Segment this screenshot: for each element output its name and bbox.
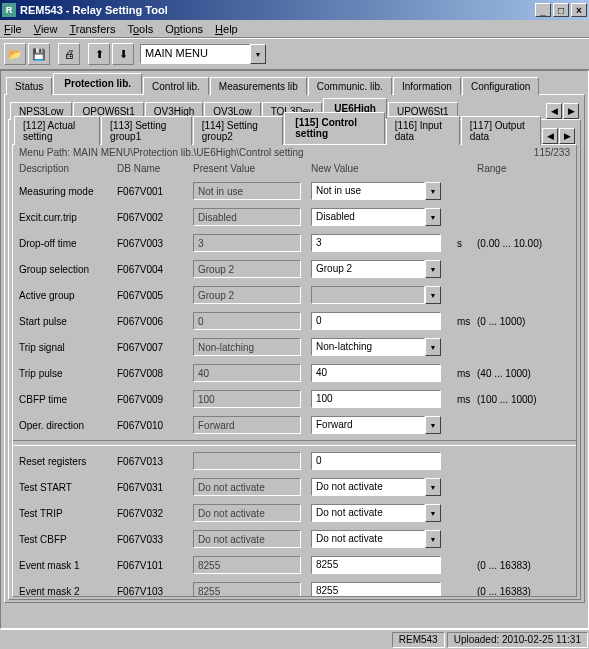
dropdown-button[interactable] <box>425 504 441 522</box>
dropdown-button[interactable] <box>425 208 441 226</box>
present-value: Forward <box>193 416 301 434</box>
range-label: (40 ... 1000) <box>477 368 569 379</box>
tab-configuration[interactable]: Configuration <box>462 77 539 95</box>
param-row: Event mask 1F067V10182558255(0 ... 16383… <box>13 552 576 578</box>
new-value-combo[interactable]: Do not activate <box>311 478 425 496</box>
tab-nav-right[interactable]: ▶ <box>563 103 579 119</box>
tab--114-setting-group2[interactable]: [114] Setting group2 <box>193 116 284 145</box>
new-value-input[interactable]: 0 <box>311 452 441 470</box>
param-row: Trip pulseF067V0084040ms(40 ... 1000) <box>13 360 576 386</box>
menu-help[interactable]: Help <box>215 23 238 35</box>
new-value-combo[interactable]: Not in use <box>311 182 425 200</box>
param-row: Active groupF067V005Group 2 <box>13 282 576 308</box>
tab-nav-left[interactable]: ◀ <box>542 128 558 144</box>
param-description: Test TRIP <box>19 508 117 519</box>
param-description: Trip signal <box>19 342 117 353</box>
dropdown-button[interactable] <box>425 260 441 278</box>
new-value-input[interactable]: 3 <box>311 234 441 252</box>
new-value-input[interactable]: 8255 <box>311 582 441 596</box>
param-dbname: F067V009 <box>117 394 193 405</box>
print-button[interactable]: 🖨 <box>58 43 80 65</box>
tab-measurements-lib[interactable]: Measurements lib <box>210 77 307 95</box>
present-value: Not in use <box>193 182 301 200</box>
new-value-combo[interactable]: Do not activate <box>311 530 425 548</box>
menu-file[interactable]: File <box>4 23 22 35</box>
dropdown-button[interactable] <box>425 338 441 356</box>
save-button[interactable]: 💾 <box>28 43 50 65</box>
new-value-combo[interactable]: Group 2 <box>311 260 425 278</box>
tab-nav-right[interactable]: ▶ <box>559 128 575 144</box>
main-menu-dropdown-button[interactable] <box>250 44 266 64</box>
param-row: Group selectionF067V004Group 2Group 2 <box>13 256 576 282</box>
present-value: 40 <box>193 364 301 382</box>
range-label: (0 ... 1000) <box>477 316 569 327</box>
col-dbname: DB Name <box>117 163 193 174</box>
top-tab-strip: StatusProtection lib.Control lib.Measure… <box>4 74 585 94</box>
data-area: Measuring modeF067V001Not in useNot in u… <box>13 178 576 596</box>
range-label: (0 ... 16383) <box>477 586 569 597</box>
present-value: 100 <box>193 390 301 408</box>
param-description: Start pulse <box>19 316 117 327</box>
range-label: (0 ... 16383) <box>477 560 569 571</box>
param-dbname: F067V008 <box>117 368 193 379</box>
new-value-combo[interactable]: Forward <box>311 416 425 434</box>
range-label: (0.00 ... 10.00) <box>477 238 569 249</box>
param-description: Oper. direction <box>19 420 117 431</box>
dropdown-button[interactable] <box>425 530 441 548</box>
dropdown-button[interactable] <box>425 182 441 200</box>
new-value-input[interactable]: 100 <box>311 390 441 408</box>
close-button[interactable]: × <box>571 3 587 17</box>
maximize-button[interactable]: □ <box>553 3 569 17</box>
tab-status[interactable]: Status <box>6 77 52 95</box>
param-row: Excit.curr.tripF067V002DisabledDisabled <box>13 204 576 230</box>
upload-button[interactable]: ⬆ <box>88 43 110 65</box>
tab--116-input-data[interactable]: [116] Input data <box>386 116 460 145</box>
col-range: Range <box>477 163 569 174</box>
work-area: StatusProtection lib.Control lib.Measure… <box>0 70 589 629</box>
new-value-combo[interactable]: Disabled <box>311 208 425 226</box>
param-description: Active group <box>19 290 117 301</box>
dropdown-button[interactable] <box>425 478 441 496</box>
tab-control-lib-[interactable]: Control lib. <box>143 77 209 95</box>
open-button[interactable]: 📂 <box>4 43 26 65</box>
main-menu-combo[interactable]: MAIN MENU <box>140 44 250 64</box>
column-header-row: Description DB Name Present Value New Va… <box>13 162 576 178</box>
param-dbname: F067V005 <box>117 290 193 301</box>
param-description: Reset registers <box>19 456 117 467</box>
tab--117-output-data[interactable]: [117] Output data <box>461 116 541 145</box>
tab-nav-left[interactable]: ◀ <box>546 103 562 119</box>
status-device: REM543 <box>392 632 445 648</box>
new-value-combo[interactable]: Non-latching <box>311 338 425 356</box>
present-value: 8255 <box>193 556 301 574</box>
param-row: Start pulseF067V00600ms(0 ... 1000) <box>13 308 576 334</box>
param-row: CBFP timeF067V009100100ms(100 ... 1000) <box>13 386 576 412</box>
section-separator <box>13 440 576 446</box>
tab-communic-lib-[interactable]: Communic. lib. <box>308 77 392 95</box>
menu-options[interactable]: Options <box>165 23 203 35</box>
tab-information[interactable]: Information <box>393 77 461 95</box>
tab-protection-lib-[interactable]: Protection lib. <box>53 73 142 94</box>
new-value-input[interactable]: 8255 <box>311 556 441 574</box>
tab--112-actual-setting[interactable]: [112] Actual setting <box>14 116 100 145</box>
param-dbname: F067V002 <box>117 212 193 223</box>
tab--113-setting-group1[interactable]: [113] Setting group1 <box>101 116 192 145</box>
page-counter: 115/233 <box>534 147 570 158</box>
present-value: Non-latching <box>193 338 301 356</box>
new-value-combo[interactable]: Do not activate <box>311 504 425 522</box>
unit-label: ms <box>453 368 477 379</box>
param-dbname: F067V031 <box>117 482 193 493</box>
new-value-input[interactable]: 0 <box>311 312 441 330</box>
menu-view[interactable]: View <box>34 23 58 35</box>
menu-tools[interactable]: Tools <box>127 23 153 35</box>
param-description: Test CBFP <box>19 534 117 545</box>
tab--115-control-setting[interactable]: [115] Control setting <box>284 112 384 144</box>
minimize-button[interactable]: _ <box>535 3 551 17</box>
new-value-input[interactable]: 40 <box>311 364 441 382</box>
window-title: REM543 - Relay Setting Tool <box>20 4 535 16</box>
window-titlebar: R REM543 - Relay Setting Tool _ □ × <box>0 0 589 20</box>
dropdown-button[interactable] <box>425 416 441 434</box>
present-value: Disabled <box>193 208 301 226</box>
menu-transfers[interactable]: Transfers <box>69 23 115 35</box>
param-description: Measuring mode <box>19 186 117 197</box>
download-button[interactable]: ⬇ <box>112 43 134 65</box>
